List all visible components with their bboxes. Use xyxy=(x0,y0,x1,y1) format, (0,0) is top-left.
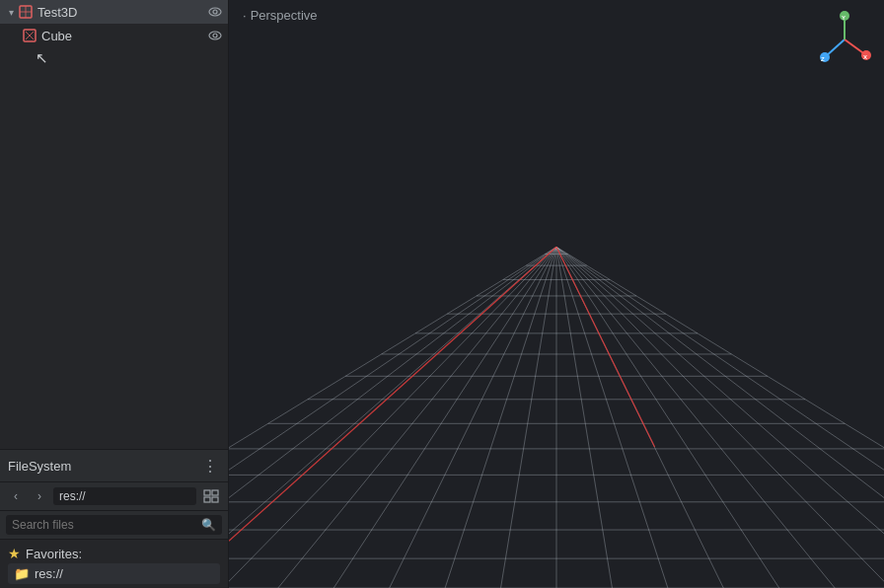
nav-forward-button[interactable]: › xyxy=(30,486,49,506)
favorites-label: Favorites: xyxy=(26,547,82,561)
svg-point-9 xyxy=(213,34,217,37)
svg-point-3 xyxy=(209,8,221,16)
expand-arrow-test3d[interactable]: ▾ xyxy=(4,5,18,19)
nav-back-button[interactable]: ‹ xyxy=(6,486,26,506)
viewport[interactable]: · Perspective Z X Y xyxy=(229,0,884,588)
favorites-section: ★ Favorites: 📁 res:// xyxy=(0,540,228,588)
folder-icon: 📁 xyxy=(14,566,30,581)
scene-tree: ▾ Test3D xyxy=(0,0,228,449)
node-icon-test3d xyxy=(18,4,34,20)
svg-rect-10 xyxy=(204,490,210,495)
tree-item-cube-label: Cube xyxy=(41,29,206,43)
axis-gizmo: Z X Y xyxy=(815,10,874,69)
viewport-label: · Perspective xyxy=(243,8,318,23)
viewport-label-dot: · xyxy=(243,8,247,23)
filesystem-panel: FileSystem ⋮ ‹ › res:// xyxy=(0,449,228,588)
filesystem-header: FileSystem ⋮ xyxy=(0,450,228,482)
visibility-icon-cube[interactable] xyxy=(206,27,224,44)
search-input-wrap[interactable]: 🔍 xyxy=(6,515,222,535)
search-bar: 🔍 xyxy=(0,511,228,540)
favorites-header: ★ Favorites: xyxy=(8,546,220,561)
favorites-item-res[interactable]: 📁 res:// xyxy=(8,563,220,584)
svg-rect-12 xyxy=(204,497,210,502)
node-icon-cube xyxy=(22,28,37,43)
filesystem-menu-button[interactable]: ⋮ xyxy=(200,456,220,476)
tree-item-test3d-label: Test3D xyxy=(37,5,206,20)
filesystem-title: FileSystem xyxy=(8,459,200,474)
nav-layout-button[interactable] xyxy=(200,486,222,506)
tree-item-test3d[interactable]: ▾ Test3D xyxy=(0,0,228,24)
tree-item-cube[interactable]: Cube xyxy=(0,24,228,47)
svg-text:X: X xyxy=(863,54,867,60)
search-icon: 🔍 xyxy=(201,518,216,532)
3d-grid xyxy=(229,0,884,588)
visibility-icon-test3d[interactable] xyxy=(206,3,224,21)
favorites-star-icon: ★ xyxy=(8,546,21,561)
viewport-label-text: Perspective xyxy=(251,8,318,23)
svg-point-8 xyxy=(209,32,221,39)
svg-point-4 xyxy=(213,10,217,14)
filesystem-nav: ‹ › res:// xyxy=(0,482,228,511)
svg-rect-11 xyxy=(212,490,218,495)
svg-text:Z: Z xyxy=(821,56,825,62)
mouse-cursor: ↖ xyxy=(0,47,228,67)
nav-path: res:// xyxy=(53,487,196,505)
svg-rect-13 xyxy=(212,497,218,502)
search-input[interactable] xyxy=(12,518,197,532)
svg-text:Y: Y xyxy=(842,15,846,21)
left-panel: ▾ Test3D xyxy=(0,0,229,588)
favorites-item-label: res:// xyxy=(35,566,63,581)
